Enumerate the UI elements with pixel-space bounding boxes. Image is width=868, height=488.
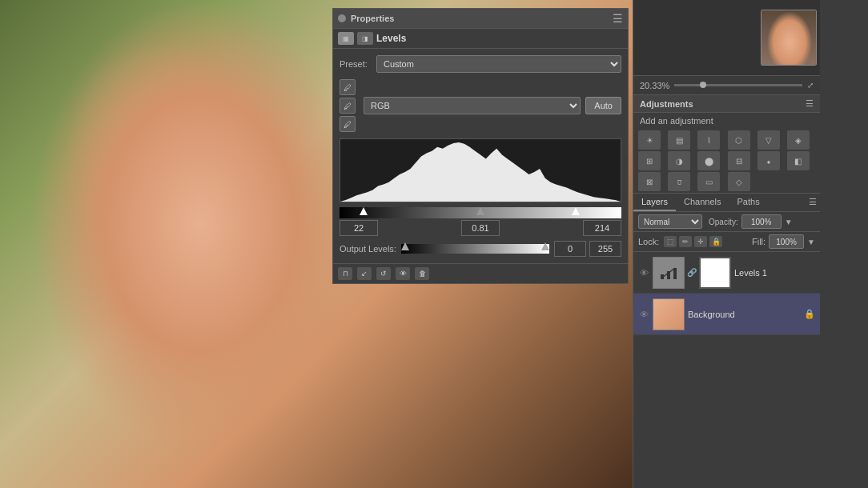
- svg-rect-5: [673, 268, 677, 279]
- preset-select[interactable]: Custom: [376, 55, 621, 73]
- selective-color-icon[interactable]: ◇: [728, 172, 750, 191]
- histogram-display: [340, 138, 621, 202]
- close-button[interactable]: [338, 14, 346, 22]
- histogram-tab-icon[interactable]: ▦: [338, 32, 354, 45]
- adjustments-panel: Adjustments ☰ Add an adjustment ☀ ▤ ⌇ ⬡ …: [633, 95, 820, 194]
- hue-saturation-icon[interactable]: ◈: [787, 130, 810, 150]
- layers-panel: Layers Channels Paths ☰ Normal Opacity: …: [633, 194, 820, 488]
- levels1-mask-thumb: [699, 257, 731, 289]
- lock-position-icon[interactable]: ✏: [679, 236, 692, 247]
- fill-label: Fill:: [752, 237, 766, 246]
- lock-pixels-icon[interactable]: ⬚: [664, 236, 677, 247]
- levels1-layer-name: Levels 1: [734, 268, 815, 278]
- fill-dropdown-icon[interactable]: ▼: [807, 238, 815, 246]
- output-label: Output Levels:: [340, 244, 396, 254]
- vibrance-icon[interactable]: ▽: [757, 130, 780, 150]
- output-white-handle[interactable]: [541, 242, 549, 250]
- layer-item-background[interactable]: 👁 Background 🔒: [633, 294, 820, 335]
- adjustments-title: Adjustments: [640, 99, 693, 109]
- layers-panel-menu[interactable]: ☰: [806, 194, 820, 211]
- output-value-boxes: [554, 241, 621, 257]
- output-min-input[interactable]: [554, 241, 586, 257]
- visibility-icon[interactable]: 👁: [396, 267, 410, 280]
- panel-menu-icon[interactable]: ☰: [613, 12, 623, 25]
- input-value-boxes: [340, 220, 621, 236]
- levels1-visibility-eye[interactable]: 👁: [638, 267, 649, 278]
- properties-title: Properties: [351, 14, 394, 23]
- photo-filter-icon[interactable]: ⬤: [697, 151, 720, 170]
- blend-mode-select[interactable]: Normal: [638, 214, 702, 229]
- preset-label: Preset:: [340, 59, 372, 69]
- opacity-label: Opacity:: [709, 218, 738, 226]
- properties-bottom-bar: ⊓ ↙ ↺ 👁 🗑: [333, 263, 628, 283]
- lock-all-icon[interactable]: 🔒: [709, 236, 722, 247]
- exposure-icon[interactable]: ⬡: [728, 130, 750, 150]
- clip-to-layer-icon[interactable]: ⊓: [338, 267, 352, 280]
- sample-black-eyedropper[interactable]: 🖊: [340, 79, 356, 95]
- adjustment-icons-grid: ☀ ▤ ⌇ ⬡ ▽ ◈ ⊞ ◑ ⬤ ⊟ ⬥ ◧ ⊠ ⩌ ▭ ◇: [633, 129, 820, 193]
- zoom-expand-icon[interactable]: ⤢: [807, 81, 814, 90]
- levels-adjustment-svg: [659, 263, 678, 282]
- photo-canvas: Properties ☰ ▦ ◨ Levels Preset: Custom: [0, 0, 633, 488]
- output-black-handle[interactable]: [401, 242, 409, 250]
- opacity-dropdown-icon[interactable]: ▼: [785, 218, 793, 226]
- adjustments-menu-icon[interactable]: ☰: [806, 98, 814, 109]
- white-point-input[interactable]: [583, 220, 621, 236]
- tab-paths[interactable]: Paths: [729, 194, 768, 211]
- background-layer-thumb: [653, 298, 685, 330]
- black-point-handle[interactable]: [360, 207, 368, 215]
- delete-icon[interactable]: 🗑: [415, 267, 429, 280]
- view-previous-state-icon[interactable]: ↙: [357, 267, 372, 280]
- layer-item-levels1[interactable]: 👁 🔗 Levels 1: [633, 252, 820, 294]
- color-balance-icon[interactable]: ⊞: [638, 151, 661, 170]
- adjustments-header: Adjustments ☰: [633, 95, 820, 113]
- opacity-input[interactable]: [741, 214, 782, 229]
- properties-content: Preset: Custom 🖊 🖊 🖊 RGB: [333, 49, 628, 263]
- curves-icon[interactable]: ⌇: [697, 130, 720, 150]
- color-lookup-icon[interactable]: ⬥: [757, 151, 780, 170]
- layer-mask-tab-icon[interactable]: ◨: [357, 32, 373, 45]
- posterize-icon[interactable]: ⊠: [638, 172, 661, 191]
- invert-icon[interactable]: ◧: [787, 151, 810, 170]
- black-point-input[interactable]: [340, 220, 378, 236]
- tab-channels[interactable]: Channels: [676, 194, 729, 211]
- gradient-map-icon[interactable]: ▭: [697, 172, 720, 191]
- svg-rect-3: [661, 274, 664, 279]
- levels-icon[interactable]: ▤: [668, 130, 690, 150]
- fill-input[interactable]: [769, 234, 804, 249]
- levels1-adjustment-icon: [653, 257, 685, 289]
- lock-art-boards-icon[interactable]: ✛: [694, 236, 707, 247]
- lock-icons: ⬚ ✏ ✛ 🔒: [664, 236, 722, 247]
- midtone-handle[interactable]: [476, 207, 484, 215]
- white-point-handle[interactable]: [572, 207, 580, 215]
- sample-white-eyedropper[interactable]: 🖊: [340, 116, 356, 132]
- svg-rect-4: [667, 271, 670, 279]
- sample-gray-eyedropper[interactable]: 🖊: [340, 98, 356, 114]
- channel-mixer-icon[interactable]: ⊟: [728, 151, 750, 170]
- channel-select[interactable]: RGB: [364, 97, 581, 114]
- zoom-percentage: 20.33%: [640, 81, 669, 90]
- right-panel: 20.33% ⤢ Adjustments ☰ Add an adjustment…: [633, 0, 820, 488]
- auto-button[interactable]: Auto: [585, 97, 621, 114]
- levels1-chain-icon: 🔗: [688, 257, 696, 289]
- channel-row: 🖊 🖊 🖊 RGB Auto: [340, 79, 621, 132]
- zoom-slider[interactable]: [674, 84, 802, 86]
- input-levels-sliders: [340, 207, 621, 236]
- background-visibility-eye[interactable]: 👁: [638, 309, 649, 320]
- reset-icon[interactable]: ↺: [376, 267, 391, 280]
- preset-row: Preset: Custom: [340, 55, 621, 73]
- layers-tabs: Layers Channels Paths ☰: [633, 194, 820, 212]
- lock-row: Lock: ⬚ ✏ ✛ 🔒 Fill: ▼: [633, 232, 820, 252]
- output-max-input[interactable]: [589, 241, 621, 257]
- zoom-bar: 20.33% ⤢: [633, 76, 820, 95]
- midtone-input[interactable]: [461, 220, 500, 236]
- histogram-svg: [340, 139, 621, 202]
- brightness-contrast-icon[interactable]: ☀: [638, 130, 661, 150]
- fill-section: Fill: ▼: [752, 234, 815, 249]
- properties-panel: Properties ☰ ▦ ◨ Levels Preset: Custom: [332, 8, 629, 284]
- threshold-icon[interactable]: ⩌: [668, 172, 690, 191]
- black-white-icon[interactable]: ◑: [668, 151, 690, 170]
- tab-layers[interactable]: Layers: [633, 194, 676, 211]
- properties-tabs: ▦ ◨ Levels: [333, 29, 628, 49]
- thumbnail-face: [762, 10, 816, 65]
